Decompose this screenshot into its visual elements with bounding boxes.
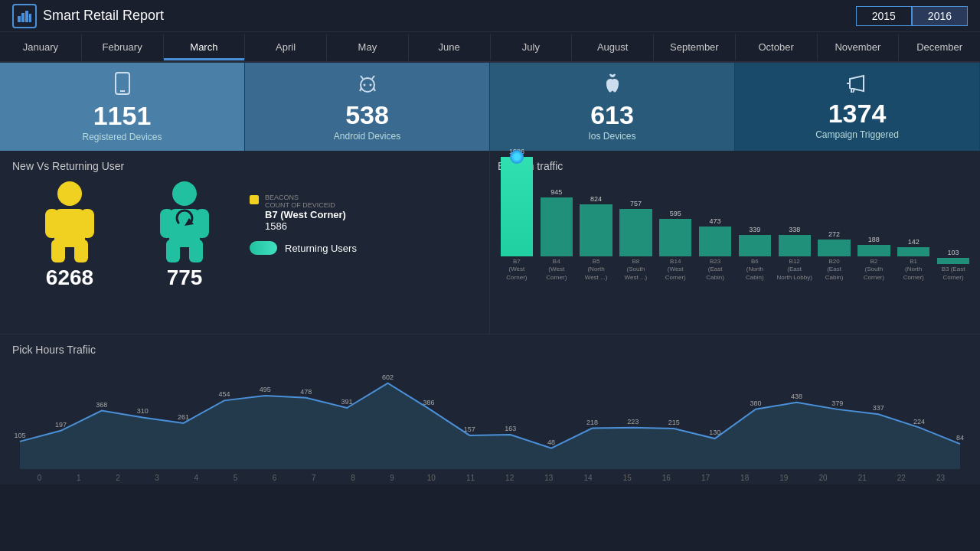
beacon-bar-name-label: B2(SouthCorner) (864, 258, 884, 282)
x-label-1: 1 (59, 474, 98, 482)
x-label-11: 11 (451, 474, 490, 482)
data-point-label: 478 (300, 388, 312, 396)
month-january[interactable]: January (0, 34, 82, 60)
svg-line-11 (360, 88, 361, 91)
x-label-22: 22 (882, 474, 921, 482)
svg-rect-25 (160, 209, 174, 238)
data-point-label: 454 (218, 390, 230, 398)
x-label-18: 18 (725, 474, 764, 482)
beacon-bar-name-label: B12(EastNorth Lobby) (777, 258, 812, 282)
svg-rect-20 (80, 209, 94, 238)
month-november[interactable]: November (818, 34, 900, 60)
beacon-bar-rect (818, 240, 850, 256)
data-point-label: 163 (505, 425, 516, 432)
svg-line-8 (372, 76, 374, 79)
year-2015-btn[interactable]: 2015 (856, 6, 912, 26)
x-label-6: 6 (255, 474, 294, 482)
tooltip-indicator (510, 150, 524, 164)
data-point-label: 337 (873, 404, 884, 412)
x-label-13: 13 (529, 474, 568, 482)
x-label-3: 3 (138, 474, 177, 482)
beacon-bar-value-label: 824 (590, 196, 602, 203)
beacon-bar-rect (541, 197, 573, 256)
data-point-label: 218 (586, 419, 598, 426)
new-vs-returning-section: New Vs Returning User 6268 (0, 151, 490, 334)
svg-point-10 (369, 83, 371, 86)
data-point-label: 223 (627, 418, 639, 425)
month-july[interactable]: July (491, 34, 573, 60)
stats-row: 1151 Registered Devices 538 Android Devi… (0, 63, 980, 151)
app-title: Smart Retail Report (43, 8, 164, 24)
new-user-count: 6268 (46, 266, 93, 290)
beacon-bar-4: 595B14(WestCorner) (656, 210, 694, 282)
svg-rect-1 (21, 13, 24, 22)
data-point-label: 48 (547, 439, 555, 446)
beacon-bar-name-label: B23(EastCabin) (706, 258, 724, 282)
returning-users-label: Returning Users (285, 243, 357, 254)
header: Smart Retail Report 2015 2016 (0, 0, 980, 32)
beacon-bar-8: 272B20(EastCabin) (815, 231, 854, 282)
data-point-label: 495 (260, 386, 271, 393)
month-may[interactable]: May (327, 34, 409, 60)
beacon-bar-name-label: B8(SouthWest ...) (625, 258, 648, 282)
data-point-label: 438 (791, 393, 802, 400)
x-label-16: 16 (647, 474, 686, 482)
beacon-bar-rect (897, 247, 929, 256)
svg-rect-27 (166, 240, 180, 262)
beacon-bar-2: 824B5(NorthWest ...) (577, 196, 616, 282)
beacon-bar-7: 338B12(EastNorth Lobby) (776, 227, 814, 282)
data-point-label: 386 (423, 399, 434, 406)
month-june[interactable]: June (409, 34, 491, 60)
area-chart-svg: 1051973683102614544954783916023861571634… (12, 362, 968, 469)
stat-campaign: 1374 Campaign Triggered (735, 63, 980, 151)
beacon-bar-value-label: 188 (868, 236, 880, 243)
svg-rect-0 (18, 16, 21, 22)
data-point-label: 197 (55, 421, 67, 429)
returning-user-icon (154, 178, 215, 262)
data-point-label: 261 (178, 413, 189, 421)
x-label-4: 4 (177, 474, 216, 482)
svg-rect-3 (29, 14, 31, 22)
svg-rect-2 (25, 11, 28, 22)
svg-rect-21 (51, 240, 65, 262)
beacon-traffic-title: Beacon traffic (498, 160, 972, 172)
data-point-label: 602 (382, 373, 394, 381)
beacon-bar-3: 757B8(SouthWest ...) (616, 201, 655, 282)
x-label-8: 8 (333, 474, 372, 482)
beacon-bar-0: 1586B7(WestCorner) (498, 148, 536, 282)
year-selector: 2015 2016 (856, 6, 968, 26)
data-point-label: 215 (668, 419, 680, 426)
svg-point-6 (361, 78, 374, 92)
campaign-icon (847, 74, 868, 97)
beacon-bar-rect (779, 235, 811, 256)
new-vs-returning-title: New Vs Returning User (12, 160, 477, 172)
beacon-bar-name-label: B7(WestCorner) (506, 258, 527, 282)
android-count: 538 (345, 102, 389, 128)
beacon-bar-name-label: B3 (EastCorner) (942, 266, 965, 282)
pick-hours-title: Pick Hours Trafiic (12, 344, 968, 356)
month-december[interactable]: December (899, 34, 980, 60)
svg-point-23 (172, 181, 197, 206)
new-user-icon (39, 178, 100, 262)
month-september[interactable]: September (654, 34, 736, 60)
x-label-20: 20 (803, 474, 842, 482)
svg-line-12 (374, 88, 375, 91)
beacon-bar-rect (580, 204, 612, 256)
android-label: Android Devices (334, 131, 400, 142)
year-2016-btn[interactable]: 2016 (912, 6, 968, 26)
month-october[interactable]: October (736, 34, 818, 60)
month-february[interactable]: February (82, 34, 164, 60)
beacon-bar-value-label: 945 (550, 189, 562, 196)
beacon-bar-9: 188B2(SouthCorner) (854, 236, 893, 282)
data-point-label: 105 (14, 432, 25, 439)
x-label-7: 7 (294, 474, 333, 482)
month-april[interactable]: April (245, 34, 327, 60)
month-august[interactable]: August (572, 34, 654, 60)
month-march[interactable]: March (164, 34, 246, 60)
android-icon (357, 73, 378, 99)
data-point-label: 84 (956, 434, 964, 442)
beacon-bar-value-label: 595 (670, 210, 681, 217)
data-point-label: 379 (831, 399, 843, 407)
beacon-bar-value-label: 339 (749, 227, 760, 233)
middle-row: New Vs Returning User 6268 (0, 151, 980, 334)
